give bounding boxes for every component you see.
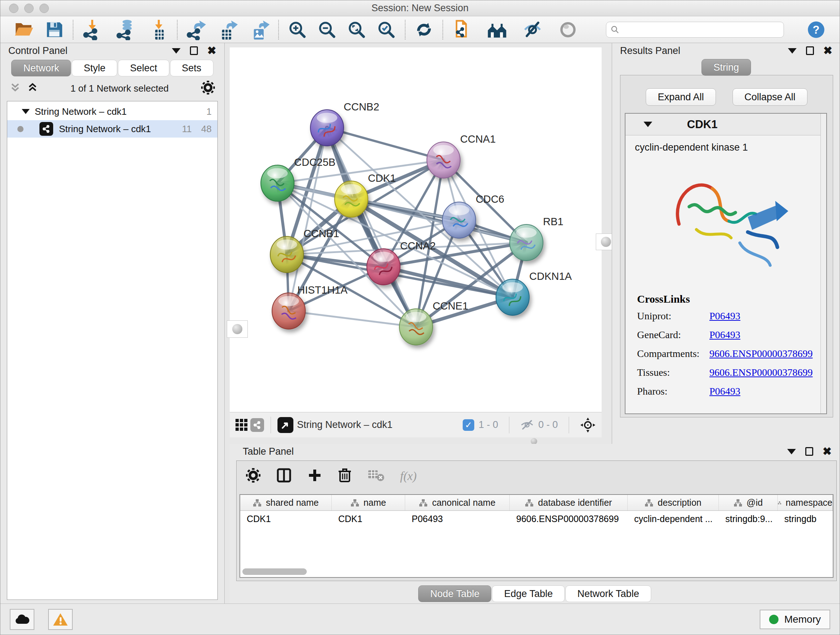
toolbar-separator — [278, 20, 279, 40]
table-horizontal-scrollbar[interactable] — [242, 568, 307, 575]
close-panel-icon[interactable]: ✖ — [823, 447, 832, 456]
hide-selected-icon[interactable] — [521, 19, 544, 41]
table-cell[interactable]: CDK1 — [332, 511, 405, 527]
expand-all-networks-icon[interactable] — [27, 82, 38, 95]
zoom-out-icon[interactable] — [316, 19, 338, 41]
add-column-icon[interactable] — [308, 468, 322, 484]
tab-style[interactable]: Style — [72, 60, 117, 76]
tab-node-table[interactable]: Node Table — [418, 585, 491, 602]
minimize-window-button[interactable] — [24, 4, 34, 13]
protein-collapse-icon[interactable] — [644, 122, 652, 127]
import-network-from-database-icon[interactable] — [114, 19, 136, 41]
expand-all-button[interactable]: Expand All — [646, 88, 716, 106]
title-bar: Session: New Session — [0, 0, 840, 16]
crosslink-link[interactable]: 9606.ENSP00000378699 — [709, 367, 826, 378]
network-edge-CCNE1-HIST1H1A[interactable] — [289, 311, 416, 327]
column-header-namespace[interactable]: namespace — [778, 495, 833, 510]
table-cell[interactable]: 9606.ENSP00000378699 — [510, 511, 628, 527]
first-neighbors-icon[interactable] — [486, 19, 508, 41]
search-bar[interactable] — [606, 22, 784, 38]
panel-menu-icon[interactable] — [787, 449, 796, 454]
maximize-window-button[interactable] — [39, 4, 49, 13]
tab-string[interactable]: String — [701, 59, 751, 76]
panel-menu-icon[interactable] — [788, 48, 797, 54]
table-container: f(x) shared namenamecanonical namedataba… — [236, 461, 837, 581]
memory-button[interactable]: Memory — [760, 610, 830, 629]
tab-edge-table[interactable]: Edge Table — [492, 585, 565, 602]
network-node-RB1[interactable]: RB1 — [510, 216, 563, 261]
import-network-icon[interactable] — [81, 19, 103, 41]
tab-network[interactable]: Network — [11, 60, 71, 76]
column-header-shared-name[interactable]: shared name — [240, 495, 332, 510]
string-share-icon[interactable] — [250, 418, 264, 432]
zoom-selected-icon[interactable] — [375, 19, 398, 41]
function-builder-icon[interactable]: f(x) — [400, 470, 417, 483]
results-scrollbar[interactable] — [821, 114, 826, 413]
column-header-description[interactable]: description — [628, 495, 719, 510]
show-all-icon[interactable] — [557, 19, 579, 41]
delete-column-icon[interactable] — [338, 468, 352, 485]
collapse-all-networks-icon[interactable] — [10, 82, 21, 95]
float-panel-icon[interactable] — [190, 46, 198, 55]
crosslink-link[interactable]: 9606.ENSP00000378699 — [709, 348, 826, 359]
node-label-CDKN1A: CDKN1A — [529, 271, 572, 282]
close-panel-icon[interactable]: ✖ — [207, 46, 216, 55]
table-cell[interactable]: cyclin-dependent ... — [628, 511, 719, 527]
show-columns-icon[interactable] — [276, 468, 292, 485]
panel-menu-icon[interactable] — [172, 48, 180, 54]
network-node-HIST1H1A[interactable]: HIST1H1A — [272, 284, 347, 329]
table-cell[interactable]: stringdb:9... — [719, 511, 778, 527]
export-table-icon[interactable] — [217, 19, 239, 41]
tab-sets[interactable]: Sets — [170, 60, 213, 76]
cloud-status-button[interactable] — [10, 609, 34, 630]
left-splitter-handle[interactable] — [227, 320, 248, 338]
crosslink-link[interactable]: P06493 — [709, 386, 826, 397]
grid-view-icon[interactable] — [235, 419, 248, 431]
float-panel-icon[interactable] — [806, 46, 814, 55]
crosslink-link[interactable]: P06493 — [709, 310, 826, 322]
table-row[interactable]: CDK1CDK1P064939606.ENSP00000378699cyclin… — [240, 511, 833, 527]
collapse-all-button[interactable]: Collapse All — [733, 88, 807, 106]
column-header-database-identifier[interactable]: database identifier — [510, 495, 628, 510]
network-edge-CCNB2-HIST1H1A[interactable] — [289, 128, 327, 311]
network-row[interactable]: String Network – cdk1 11 48 — [7, 120, 218, 138]
export-network-icon[interactable] — [185, 19, 207, 41]
table-cell[interactable]: stringdb — [778, 511, 833, 527]
selected-checkbox-icon[interactable]: ✓ — [463, 419, 474, 431]
column-header--id[interactable]: @id — [719, 495, 778, 510]
close-window-button[interactable] — [9, 4, 19, 13]
table-cell[interactable]: CDK1 — [240, 511, 332, 527]
help-button[interactable]: ? — [805, 19, 827, 41]
network-node-CDKN1A[interactable]: CDKN1A — [496, 271, 572, 315]
birdseye-view-icon[interactable] — [278, 417, 294, 433]
import-table-icon[interactable] — [147, 19, 170, 41]
search-input[interactable] — [623, 24, 779, 35]
table-settings-gear-icon[interactable] — [246, 468, 261, 484]
tab-network-table[interactable]: Network Table — [565, 585, 651, 602]
column-header-canonical-name[interactable]: canonical name — [405, 495, 510, 510]
table-cell[interactable]: P06493 — [405, 511, 510, 527]
network-options-gear-icon[interactable] — [201, 81, 215, 96]
crosslink-link[interactable]: P06493 — [709, 329, 826, 340]
close-panel-icon[interactable]: ✖ — [823, 46, 832, 55]
apply-string-style-icon[interactable] — [450, 19, 473, 41]
node-label-CCNB1: CCNB1 — [303, 228, 339, 239]
open-session-icon[interactable] — [13, 19, 35, 41]
warning-status-button[interactable] — [48, 609, 73, 630]
network-edge-CCNA2-CDKN1A[interactable] — [384, 267, 513, 297]
network-node-CCNA1[interactable]: CCNA1 — [427, 133, 496, 178]
network-edge-CCNB2-CCNE1[interactable] — [327, 128, 416, 327]
network-collection-row[interactable]: String Network – cdk1 1 — [7, 103, 218, 120]
zoom-in-icon[interactable] — [286, 19, 309, 41]
save-session-icon[interactable] — [43, 19, 65, 41]
zoom-fit-icon[interactable] — [346, 19, 368, 41]
tab-select[interactable]: Select — [118, 60, 169, 76]
collection-expand-icon[interactable] — [22, 109, 30, 114]
crosshair-icon[interactable] — [580, 417, 596, 433]
float-panel-icon[interactable] — [805, 447, 813, 456]
column-header-name[interactable]: name — [332, 495, 405, 510]
network-canvas[interactable]: CCNB2CCNA1CDC25BCDK1CDC6RB1CCNB1CCNA2CDK… — [230, 48, 602, 412]
delete-table-icon[interactable] — [368, 469, 384, 483]
refresh-icon[interactable] — [413, 19, 435, 41]
export-image-icon[interactable] — [248, 19, 271, 41]
